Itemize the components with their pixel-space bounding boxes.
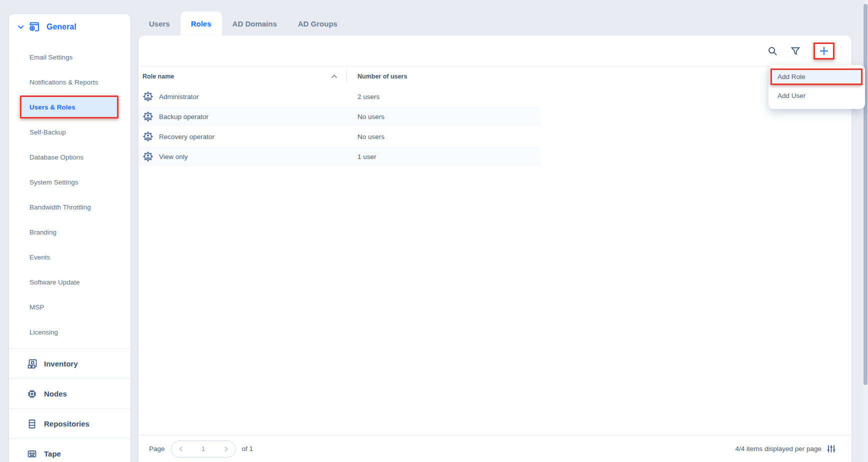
column-header-role-name[interactable]: Role name [142, 73, 174, 80]
roles-panel: Role name Number of users [138, 36, 852, 462]
sidebar-group-label: General [46, 22, 76, 32]
sidebar-item-label: MSP [30, 304, 44, 311]
settings-sidebar: General Email Settings Notifications & R… [9, 14, 130, 462]
sidebar-section-list: Inventory Nodes Repositories Tape [9, 348, 130, 462]
role-icon [142, 131, 154, 142]
previous-page-icon[interactable] [178, 446, 184, 452]
inventory-icon [26, 358, 38, 370]
sidebar-section[interactable]: Repositories [9, 408, 130, 438]
table-row[interactable]: Backup operator No users [138, 106, 540, 126]
sidebar-item[interactable]: MSP [9, 294, 130, 320]
sidebar-item-label: System Settings [30, 178, 78, 186]
items-per-page-label: 4/4 items displayed per page [735, 445, 822, 452]
tab-label: AD Groups [298, 20, 338, 28]
tab[interactable]: AD Groups [288, 12, 348, 36]
sidebar-item[interactable]: Branding [9, 220, 130, 244]
sidebar-item-label: Licensing [30, 328, 58, 336]
role-user-count: No users [358, 113, 384, 120]
sort-ascending-icon[interactable] [331, 74, 338, 78]
tab-label: Roles [191, 20, 212, 28]
role-user-count: No users [358, 133, 384, 140]
sidebar-item[interactable]: Database Options [9, 144, 130, 170]
tab-label: AD Domains [232, 20, 277, 28]
table-row[interactable]: View only 1 user [138, 146, 540, 166]
current-page-value[interactable]: 1 [202, 445, 206, 452]
tape-icon [26, 448, 38, 460]
role-user-count: 2 users [358, 93, 380, 100]
sidebar-section[interactable]: Inventory [9, 348, 130, 378]
sidebar-item-label: Branding [30, 228, 56, 236]
sidebar-item[interactable]: Bandwidth Throttling [9, 194, 130, 220]
table-row[interactable]: Recovery operator No users [138, 126, 540, 146]
role-user-count: 1 user [358, 153, 376, 160]
sidebar-item-label: Self-Backup [30, 128, 66, 136]
table-row[interactable]: Administrator 2 users [138, 86, 540, 106]
page-label: Page [149, 445, 165, 452]
sidebar-item[interactable]: Self-Backup [9, 120, 130, 144]
role-icon [142, 111, 154, 122]
filter-icon[interactable] [790, 46, 800, 56]
sidebar-item[interactable]: Notifications & Reports [9, 70, 130, 94]
sidebar-item-label: Bandwidth Throttling [30, 204, 91, 211]
pagination-footer: Page 1 of 1 4/4 items displayed per page [138, 435, 852, 462]
sidebar-item-list: Email Settings Notifications & Reports U… [9, 44, 130, 344]
sidebar-item[interactable]: Email Settings [9, 44, 130, 70]
column-header-number-of-users[interactable]: Number of users [358, 73, 407, 80]
tab-label: Users [149, 20, 170, 28]
page-control: 1 [171, 440, 236, 458]
toolbar [138, 36, 852, 66]
nodes-icon [26, 388, 38, 400]
column-divider [346, 71, 347, 82]
menu-item-label: Add User [778, 92, 806, 100]
table-body: Administrator 2 users [138, 86, 540, 166]
sidebar-item-label: Software Update [30, 278, 80, 286]
sidebar-group-general[interactable]: General [9, 14, 130, 40]
tab[interactable]: AD Domains [222, 12, 288, 36]
items-per-page: 4/4 items displayed per page [735, 444, 836, 454]
sidebar-section[interactable]: Tape [9, 438, 130, 462]
sidebar-section-label: Inventory [44, 360, 78, 368]
role-icon [142, 151, 154, 162]
sidebar-item[interactable]: Software Update [9, 270, 130, 294]
repositories-icon [26, 418, 38, 430]
tab[interactable]: Roles [180, 12, 222, 36]
role-name: View only [159, 153, 188, 160]
sidebar-item[interactable]: Events [9, 244, 130, 270]
page-of-label: of 1 [242, 445, 254, 452]
menu-item[interactable]: Add User [768, 86, 865, 105]
general-settings-icon [28, 20, 41, 34]
chevron-down-icon [18, 25, 24, 30]
sidebar-item-label: Events [30, 254, 50, 261]
scrollbar-thumb[interactable] [864, 4, 868, 385]
sidebar-item[interactable]: Users & Roles [9, 94, 130, 120]
pager: Page 1 of 1 [149, 440, 253, 458]
sidebar-section[interactable]: Nodes [9, 378, 130, 408]
sidebar-section-label: Repositories [44, 420, 90, 428]
table-header: Role name Number of users [138, 66, 540, 86]
menu-item[interactable]: Add Role [770, 68, 862, 85]
sidebar-item-label: Database Options [30, 154, 84, 161]
sidebar-item[interactable]: Licensing [9, 320, 130, 344]
role-name: Administrator [159, 93, 199, 100]
sidebar-item[interactable]: System Settings [9, 170, 130, 194]
role-icon [142, 91, 154, 102]
items-per-page-settings-icon[interactable] [826, 444, 836, 454]
search-icon[interactable] [768, 46, 778, 56]
next-page-icon[interactable] [224, 446, 228, 452]
add-icon[interactable] [818, 46, 830, 56]
sidebar-item-label: Email Settings [30, 54, 72, 61]
sidebar-section-label: Nodes [44, 390, 67, 398]
annotation-box-add-button [814, 42, 834, 60]
menu-item-label: Add Role [778, 73, 806, 80]
sidebar-item-label: Notifications & Reports [30, 78, 98, 86]
sidebar-item-label: Users & Roles [30, 104, 76, 111]
role-name: Backup operator [159, 113, 208, 120]
sidebar-section-label: Tape [44, 450, 61, 458]
roles-table: Role name Number of users [138, 66, 540, 166]
tab[interactable]: Users [138, 12, 180, 36]
role-name: Recovery operator [159, 133, 214, 140]
tab-bar: Users Roles AD Domains AD Groups [138, 12, 348, 36]
add-dropdown-menu: Add Role Add User [768, 65, 865, 109]
